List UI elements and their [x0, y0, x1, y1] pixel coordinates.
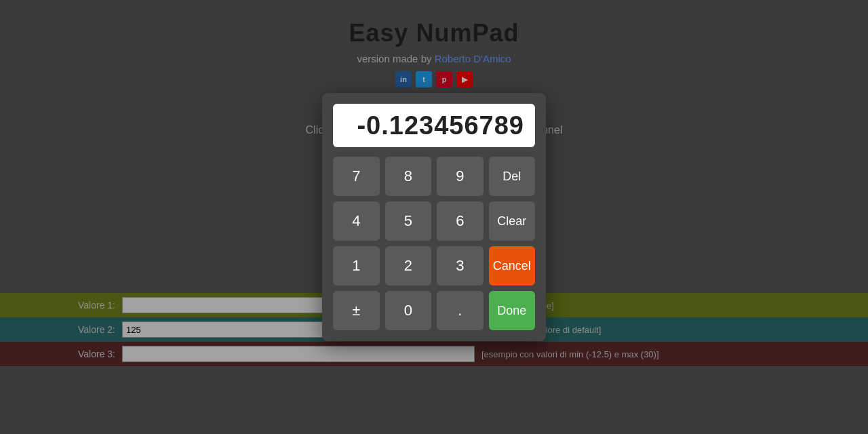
btn-clear[interactable]: Clear: [489, 201, 536, 241]
btn-0[interactable]: 0: [385, 291, 432, 330]
btn-2[interactable]: 2: [385, 246, 432, 285]
numpad-panel: -0.123456789 7 8 9 Del 4 5 6 Clear 1 2 3…: [322, 93, 546, 341]
btn-del[interactable]: Del: [489, 157, 536, 196]
btn-plusminus[interactable]: ±: [333, 291, 380, 330]
btn-7[interactable]: 7: [333, 157, 380, 196]
numpad-display: -0.123456789: [333, 104, 535, 147]
btn-5[interactable]: 5: [385, 201, 432, 241]
modal-overlay: -0.123456789 7 8 9 Del 4 5 6 Clear 1 2 3…: [0, 0, 868, 434]
btn-8[interactable]: 8: [385, 157, 432, 196]
btn-6[interactable]: 6: [437, 201, 484, 241]
btn-done[interactable]: Done: [489, 291, 536, 330]
btn-cancel[interactable]: Cancel: [489, 246, 536, 285]
btn-1[interactable]: 1: [333, 246, 380, 285]
btn-3[interactable]: 3: [437, 246, 484, 285]
btn-4[interactable]: 4: [333, 201, 380, 241]
numpad-grid: 7 8 9 Del 4 5 6 Clear 1 2 3 Cancel ± 0 .…: [333, 157, 535, 330]
btn-dot[interactable]: .: [437, 291, 484, 330]
btn-9[interactable]: 9: [437, 157, 484, 196]
